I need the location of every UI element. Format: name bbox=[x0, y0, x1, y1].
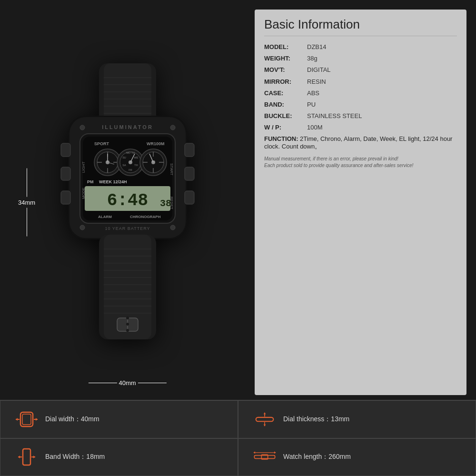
svg-marker-86 bbox=[36, 418, 38, 421]
svg-text:MO TU: MO TU bbox=[126, 151, 135, 154]
svg-rect-87 bbox=[256, 417, 274, 421]
svg-text:LIGHT: LIGHT bbox=[81, 161, 86, 173]
info-key-movt: MOV'T: bbox=[264, 66, 307, 74]
svg-marker-100 bbox=[254, 452, 255, 454]
info-key-mirror: MIRROR: bbox=[264, 78, 307, 86]
svg-point-12 bbox=[170, 125, 175, 130]
svg-point-78 bbox=[126, 317, 129, 319]
width-label: 40mm bbox=[119, 379, 136, 387]
info-key-wp: W / P: bbox=[264, 123, 307, 132]
svg-rect-82 bbox=[22, 414, 31, 425]
svg-text:TH: TH bbox=[134, 164, 138, 167]
dial-thickness-icon bbox=[253, 410, 277, 428]
spec-dial-thickness: Dial thickness：13mm bbox=[238, 400, 476, 438]
info-row-function: FUNCTION: 2Time, Chrono, Alarm, Date, We… bbox=[264, 135, 457, 151]
svg-point-13 bbox=[80, 225, 85, 230]
info-row-movt: MOV'T: DIGITAL bbox=[264, 66, 457, 74]
svg-text:WEEK  12/24H: WEEK 12/24H bbox=[99, 179, 127, 184]
svg-marker-101 bbox=[274, 452, 276, 454]
info-key-weight: WEIGHT: bbox=[264, 54, 307, 63]
svg-text:PM: PM bbox=[87, 179, 94, 184]
svg-text:WR100M: WR100M bbox=[147, 141, 165, 146]
svg-text:SU: SU bbox=[122, 156, 126, 159]
spec-dial-thickness-label: Dial thickness：13mm bbox=[283, 415, 349, 424]
svg-marker-96 bbox=[33, 456, 35, 458]
info-val-buckle: STAINLESS STEEL bbox=[307, 112, 362, 120]
svg-rect-17 bbox=[61, 191, 70, 204]
info-val-model: DZB14 bbox=[307, 43, 326, 51]
info-row-buckle: BUCKLE: STAINLESS STEEL bbox=[264, 112, 457, 120]
svg-text:ILLUMINATOR: ILLUMINATOR bbox=[102, 124, 153, 130]
svg-text:6:48: 6:48 bbox=[107, 191, 148, 210]
info-row-weight: WEIGHT: 38g bbox=[264, 54, 457, 63]
height-dimension: 34mm bbox=[18, 169, 35, 237]
dial-width-icon bbox=[15, 410, 39, 428]
info-row-mirror: MIRROR: RESIN bbox=[264, 78, 457, 86]
height-label: 34mm bbox=[18, 199, 35, 206]
info-val-function: 2Time, Chrono, Alarm, Date, Week, EL lig… bbox=[264, 135, 452, 150]
svg-rect-92 bbox=[23, 449, 30, 465]
spec-watch-length: Watch length：260mm bbox=[238, 438, 476, 476]
top-section: 34mm bbox=[0, 0, 476, 400]
specs-bar: Dial width：40mm Dial thickness：13mm bbox=[0, 400, 476, 476]
info-title: Basic Information bbox=[264, 17, 457, 36]
svg-point-11 bbox=[80, 125, 85, 130]
svg-rect-19 bbox=[185, 167, 194, 180]
svg-rect-97 bbox=[254, 456, 275, 459]
info-val-weight: 38g bbox=[307, 54, 317, 63]
svg-text:CHRONOGRAPH: CHRONOGRAPH bbox=[130, 215, 161, 219]
info-row-model: MODEL: DZB14 bbox=[264, 43, 457, 51]
info-panel: Basic Information MODEL: DZB14 WEIGHT: 3… bbox=[255, 10, 466, 395]
spec-watch-length-label: Watch length：260mm bbox=[283, 453, 351, 461]
spec-dial-width: Dial width：40mm bbox=[0, 400, 238, 438]
svg-point-14 bbox=[170, 225, 175, 230]
info-note-line1: Manual measurement, if there is an error… bbox=[264, 156, 457, 162]
svg-rect-16 bbox=[61, 167, 70, 180]
info-row-band: BAND: PU bbox=[264, 100, 457, 109]
spec-band-width: Band Width：18mm bbox=[0, 438, 238, 476]
svg-text:SA: SA bbox=[122, 164, 126, 167]
svg-rect-15 bbox=[61, 143, 70, 157]
svg-point-79 bbox=[126, 323, 129, 326]
info-key-function: FUNCTION: 2Time, Chrono, Alarm, Date, We… bbox=[264, 135, 457, 151]
svg-text:WE: WE bbox=[134, 156, 138, 159]
svg-marker-89 bbox=[264, 413, 266, 414]
width-dimension: 40mm bbox=[88, 379, 166, 387]
info-note-line2: Each product sold to provide quality ass… bbox=[264, 162, 457, 169]
svg-text:FR: FR bbox=[129, 169, 132, 171]
svg-text:SPORT: SPORT bbox=[94, 141, 109, 146]
svg-text:10 YEAR BATTERY: 10 YEAR BATTERY bbox=[105, 226, 150, 231]
svg-text:38: 38 bbox=[160, 198, 171, 209]
info-val-movt: DIGITAL bbox=[307, 66, 331, 74]
spec-dial-width-label: Dial width：40mm bbox=[45, 415, 99, 424]
info-val-case: ABS bbox=[307, 89, 319, 98]
info-row-wp: W / P: 100M bbox=[264, 123, 457, 132]
info-val-mirror: RESIN bbox=[307, 78, 326, 86]
info-key-model: MODEL: bbox=[264, 43, 307, 51]
main-container: 34mm bbox=[0, 0, 476, 476]
info-key-band: BAND: bbox=[264, 100, 307, 109]
svg-point-80 bbox=[126, 329, 129, 332]
info-rows: MODEL: DZB14 WEIGHT: 38g MOV'T: DIGITAL … bbox=[264, 43, 457, 151]
svg-text:ALARM: ALARM bbox=[98, 215, 112, 219]
spec-band-width-label: Band Width：18mm bbox=[45, 453, 105, 461]
svg-text:START: START bbox=[169, 163, 174, 176]
svg-rect-20 bbox=[185, 191, 194, 204]
info-val-band: PU bbox=[307, 100, 316, 109]
watch-image: ILLUMINATOR bbox=[37, 59, 218, 346]
svg-marker-91 bbox=[264, 425, 266, 426]
watch-length-icon bbox=[253, 448, 277, 466]
info-key-buckle: BUCKLE: bbox=[264, 112, 307, 120]
svg-marker-84 bbox=[16, 418, 18, 421]
svg-rect-18 bbox=[185, 143, 194, 157]
svg-marker-94 bbox=[18, 456, 20, 458]
info-key-case: CASE: bbox=[264, 89, 307, 98]
watch-area: 34mm bbox=[10, 10, 245, 395]
info-row-case: CASE: ABS bbox=[264, 89, 457, 98]
band-width-icon bbox=[15, 448, 39, 466]
info-val-wp: 100M bbox=[307, 123, 323, 132]
info-note: Manual measurement, if there is an error… bbox=[264, 156, 457, 169]
